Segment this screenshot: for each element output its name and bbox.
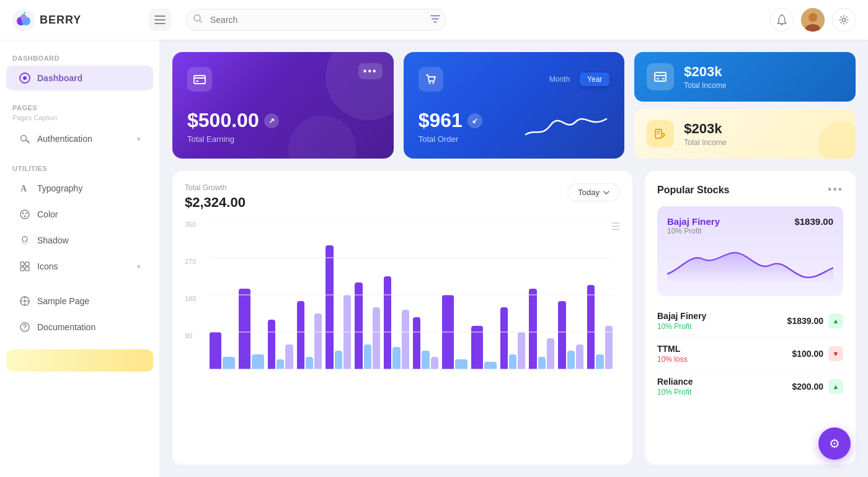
bottom-section: Total Growth $2,324.00 Today ☰ 360 270 1… [172,171,856,465]
income-blue-amount: $203k [684,64,726,80]
bar-lavender [605,326,613,369]
chevron-down-icon: ▾ [137,263,141,271]
svg-point-28 [22,242,28,244]
sidebar-item-documentation-label: Documentation [37,322,95,332]
income-yellow-card: $203k Total Income [634,109,856,159]
bar-purple [558,301,565,369]
stock-hero-price: $1839.00 [794,216,833,227]
avatar[interactable] [801,8,825,32]
growth-chart-card: Total Growth $2,324.00 Today ☰ 360 270 1… [172,171,632,465]
bar-group [500,307,526,369]
compass-icon [19,295,31,307]
bar-lavender [343,295,351,369]
bar-light-blue [335,351,342,369]
stock-row-price: $100.00 [792,349,823,359]
chart-area: ☰ 360 270 180 90 [185,221,620,382]
avatar-image [801,8,825,32]
main-layout: Dashboard Dashboard Pages Pages Caption … [0,40,868,477]
bar-light-blue [364,344,371,369]
svg-rect-32 [25,267,29,271]
svg-rect-45 [655,72,666,81]
content-area: ••• $500.00 ↗ Total Earning [160,40,868,477]
month-toggle-button[interactable]: Month [542,72,577,86]
income-cards-column: $203k Total Income $203k Total Income [634,52,856,159]
sidebar-item-icons-label: Icons [37,261,58,271]
earning-amount: $500.00 ↗ [187,109,379,132]
sidebar-item-documentation[interactable]: Documentation [6,315,153,339]
stock-row-info: Bajaj Finery10% Profit [657,311,706,331]
search-icon [193,14,202,25]
bar-light-blue [277,359,284,369]
stock-hero-name: Bajaj Finery [667,216,720,227]
dashboard-icon [19,72,31,84]
svg-text:A: A [20,184,27,193]
growth-title: Total Growth [185,183,246,192]
filter-button[interactable] [430,15,440,25]
bar-group [558,301,583,369]
bar-lavender [314,313,322,369]
stock-row-info: Reliance10% Profit [657,377,693,396]
bar-group [471,326,497,369]
svg-point-24 [22,212,24,214]
sidebar-item-shadow[interactable]: Shadow [6,228,153,253]
key-icon [19,133,31,145]
stock-row-subtitle: 10% Profit [657,388,693,396]
bar-lavender [576,344,583,369]
bar-purple [239,289,250,369]
year-toggle-button[interactable]: Year [580,72,609,86]
svg-point-18 [23,76,27,80]
sidebar-item-dashboard[interactable]: Dashboard [6,66,153,90]
type-icon: A [19,182,31,195]
chart-bars [210,221,613,369]
bar-lavender [373,307,380,369]
income-blue-label: Total Income [684,81,726,90]
svg-rect-49 [657,131,660,133]
earning-card-menu-button[interactable]: ••• [358,63,383,79]
notification-bell-button[interactable] [770,8,794,32]
sidebar-item-typography[interactable]: A Typography [6,176,153,201]
growth-amount: $2,324.00 [185,195,246,211]
today-label: Today [578,188,600,197]
bar-purple [384,276,391,369]
bar-group [355,282,380,369]
settings-gear-button[interactable] [832,8,856,32]
sidebar-item-color[interactable]: Color [6,202,153,227]
top-cards-row: ••• $500.00 ↗ Total Earning [172,52,856,159]
bar-light-blue [223,357,234,369]
svg-point-25 [26,212,28,214]
svg-point-23 [20,210,29,219]
sidebar: Dashboard Dashboard Pages Pages Caption … [0,40,160,477]
fab-settings-button[interactable]: ⚙ [818,427,851,460]
stocks-title: Popular Stocks [657,185,729,196]
order-label: Total Order [418,134,482,144]
berry-logo-icon [12,9,35,31]
bar-light-blue [538,357,546,369]
svg-point-40 [24,329,25,330]
income-blue-icon [647,63,674,90]
income-yellow-amount: $203k [684,121,726,137]
bar-purple [500,307,508,369]
sidebar-item-color-label: Color [37,209,58,219]
bar-light-blue [392,347,400,369]
stocks-menu-button[interactable]: ••• [828,183,843,196]
search-input[interactable] [186,9,446,31]
hamburger-button[interactable] [149,9,171,31]
svg-rect-47 [657,78,659,79]
chart-menu-icon[interactable]: ☰ [611,221,620,232]
sidebar-item-authentication[interactable]: Authentication ▾ [6,126,153,151]
bar-group [210,332,235,369]
sidebar-item-sample-page[interactable]: Sample Page [6,289,153,313]
stock-hero-mini-chart [667,240,833,284]
chart-y-labels: 360 270 180 90 [185,221,205,369]
bar-light-blue [509,354,516,369]
svg-rect-29 [20,262,24,266]
bar-lavender [431,357,438,369]
bar-lavender [402,310,409,369]
today-filter-button[interactable]: Today [567,183,620,201]
topbar-right [770,8,856,32]
stock-row-name: Reliance [657,377,693,387]
bar-group [326,245,351,369]
bar-group [442,295,467,369]
svg-rect-7 [154,23,166,24]
sidebar-item-icons[interactable]: Icons ▾ [6,254,153,279]
